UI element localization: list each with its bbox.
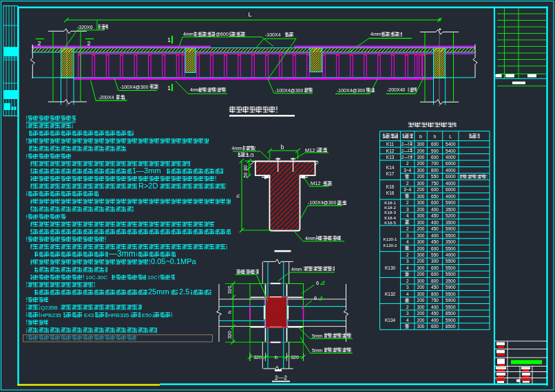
svg-text:800: 800 [431, 292, 439, 296]
svg-text:3~4: 3~4 [404, 187, 411, 192]
svg-text:320: 320 [227, 286, 232, 294]
svg-text:1—3mm: 1—3mm [132, 166, 161, 175]
svg-text:300: 300 [417, 252, 425, 257]
svg-text:K120-2: K120-2 [384, 243, 398, 248]
svg-text:800: 800 [431, 279, 439, 283]
svg-text:-200X40: -200X40 [387, 87, 406, 92]
svg-text:450: 450 [431, 311, 439, 316]
svg-text:450: 450 [431, 226, 439, 231]
svg-text:3500: 3500 [446, 279, 456, 283]
svg-text:200: 200 [417, 174, 425, 179]
svg-text:L: L [449, 134, 452, 139]
svg-text:6000: 6000 [446, 187, 456, 192]
svg-text:500: 500 [431, 149, 439, 153]
svg-text:550: 550 [431, 252, 439, 257]
svg-text:10C: 10C [147, 274, 158, 281]
svg-text:320: 320 [253, 355, 262, 360]
svg-text:600: 600 [431, 187, 439, 192]
svg-text:K16: K16 [386, 190, 395, 195]
svg-text:K18-5: K18-5 [384, 220, 396, 225]
svg-text:300: 300 [417, 181, 425, 186]
svg-text:600: 600 [431, 200, 439, 205]
svg-text:-100X4@300: -100X4@300 [120, 85, 148, 89]
svg-text:4mm: 4mm [370, 32, 381, 36]
svg-text:3500: 3500 [446, 220, 456, 225]
svg-text:L/3: L/3 [247, 153, 254, 157]
svg-text:2—2: 2—2 [275, 374, 287, 381]
svg-text:b: b [419, 134, 422, 139]
svg-text:4000: 4000 [446, 168, 456, 173]
svg-text:200: 200 [417, 318, 425, 323]
svg-text:5500: 5500 [446, 292, 456, 296]
svg-text:8500: 8500 [446, 324, 456, 329]
svg-text:K18-2: K18-2 [384, 205, 396, 210]
svg-text:2: 2 [87, 40, 91, 47]
svg-text:Q235B: Q235B [41, 305, 58, 311]
svg-text:2—: 2— [401, 142, 408, 146]
svg-text:K17: K17 [386, 171, 395, 176]
svg-text:25mm: 25mm [148, 287, 169, 296]
svg-text:200: 200 [417, 298, 425, 303]
svg-text:200: 200 [417, 226, 425, 231]
svg-text:750: 750 [431, 181, 439, 186]
svg-text:2: 2 [406, 161, 409, 166]
svg-text:200: 200 [417, 207, 425, 212]
svg-text:50: 50 [243, 173, 248, 178]
svg-text:4: 4 [406, 318, 409, 323]
svg-text:—3mm: —3mm [109, 249, 136, 259]
svg-text:4mm: 4mm [305, 236, 316, 241]
svg-text:400: 400 [431, 233, 439, 238]
svg-text:300: 300 [417, 213, 425, 218]
svg-text:E50: E50 [142, 312, 152, 318]
svg-text:2: 2 [38, 40, 41, 47]
svg-text:6000: 6000 [446, 174, 456, 179]
svg-text:400: 400 [431, 220, 439, 225]
svg-text:0.05~0.1MPa: 0.05~0.1MPa [151, 257, 197, 265]
svg-text:5500: 5500 [446, 272, 456, 276]
svg-text:5400: 5400 [446, 142, 456, 146]
svg-text:4000: 4000 [446, 181, 456, 186]
svg-text:3: 3 [406, 311, 409, 316]
svg-text:4mm: 4mm [291, 267, 302, 272]
svg-text:200: 200 [417, 259, 425, 263]
svg-text:5900: 5900 [446, 226, 456, 231]
svg-text:5900: 5900 [446, 200, 456, 205]
svg-text:300: 300 [417, 200, 425, 205]
svg-text:1: 1 [167, 36, 171, 43]
svg-text:4: 4 [406, 292, 409, 296]
svg-text:80: 80 [243, 165, 248, 171]
svg-text:-100X4@300: -100X4@300 [275, 88, 303, 93]
svg-text:K18-1: K18-1 [384, 200, 396, 205]
svg-text:4000: 4000 [446, 155, 456, 160]
svg-text:600: 600 [431, 246, 439, 251]
svg-text:3~4: 3~4 [404, 168, 411, 173]
svg-text:4: 4 [406, 213, 409, 218]
svg-text:2: 2 [406, 200, 409, 205]
svg-text:300: 300 [417, 194, 425, 199]
svg-text:200: 200 [417, 246, 425, 251]
svg-text:K120-1: K120-1 [384, 237, 398, 241]
svg-text:400: 400 [431, 305, 439, 309]
svg-text:6000: 6000 [446, 161, 456, 166]
svg-text:8500: 8500 [446, 311, 456, 316]
svg-text:450: 450 [431, 239, 439, 244]
svg-text:600: 600 [431, 142, 439, 146]
svg-text:5900: 5900 [446, 318, 456, 323]
svg-text:300: 300 [417, 142, 425, 146]
svg-text:300: 300 [417, 233, 425, 238]
svg-text:2: 2 [406, 252, 409, 257]
svg-text:10C-30C: 10C-30C [85, 274, 107, 281]
svg-text:300: 300 [417, 239, 425, 244]
svg-text:450: 450 [431, 285, 439, 290]
svg-text:200: 200 [417, 161, 425, 166]
svg-text:4000: 4000 [446, 194, 456, 199]
svg-text:700: 700 [431, 161, 439, 166]
svg-text:-200X4: -200X4 [98, 95, 114, 100]
svg-text:K134: K134 [385, 318, 396, 323]
svg-text:K18-4: K18-4 [384, 215, 396, 220]
svg-text:-100X4: -100X4 [265, 32, 281, 37]
svg-text:320: 320 [227, 331, 232, 339]
svg-text:4000: 4000 [446, 252, 456, 257]
svg-text:3: 3 [406, 285, 409, 290]
svg-text:400: 400 [431, 207, 439, 212]
